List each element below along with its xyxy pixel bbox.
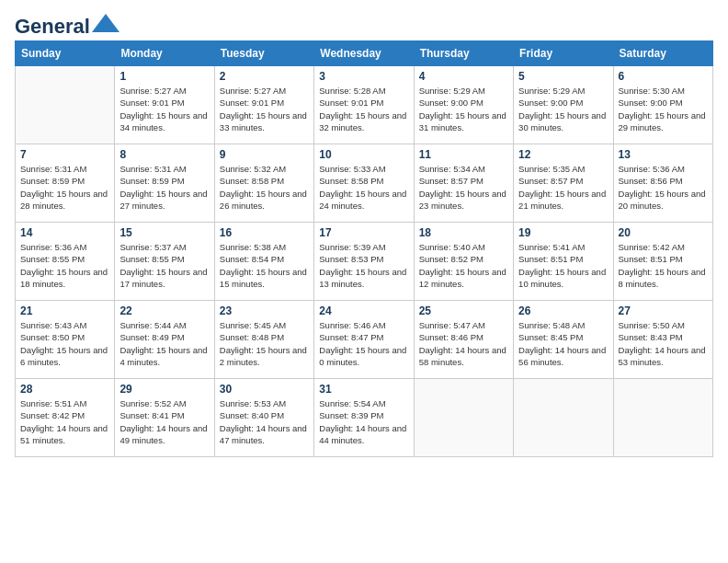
day-info: Sunrise: 5:45 AMSunset: 8:48 PMDaylight:… — [220, 319, 309, 368]
day-info: Sunrise: 5:52 AMSunset: 8:41 PMDaylight:… — [119, 397, 209, 446]
day-number: 2 — [220, 70, 309, 83]
calendar-cell: 11Sunrise: 5:34 AMSunset: 8:57 PMDayligh… — [414, 144, 513, 223]
day-info: Sunrise: 5:48 AMSunset: 8:45 PMDaylight:… — [518, 319, 608, 368]
day-info: Sunrise: 5:29 AMSunset: 9:00 PMDaylight:… — [419, 85, 508, 133]
calendar-cell: 29Sunrise: 5:52 AMSunset: 8:41 PMDayligh… — [115, 379, 214, 457]
day-number: 7 — [20, 148, 109, 161]
logo: General — [15, 15, 119, 33]
day-info: Sunrise: 5:43 AMSunset: 8:50 PMDaylight:… — [20, 319, 109, 368]
calendar-cell: 20Sunrise: 5:42 AMSunset: 8:51 PMDayligh… — [613, 223, 712, 301]
day-header-monday: Monday — [115, 41, 214, 66]
day-number: 24 — [319, 304, 408, 317]
day-number: 26 — [518, 304, 608, 317]
day-header-wednesday: Wednesday — [314, 41, 414, 66]
day-number: 11 — [419, 148, 508, 161]
day-info: Sunrise: 5:32 AMSunset: 8:58 PMDaylight:… — [220, 163, 309, 212]
day-number: 21 — [20, 304, 109, 317]
day-number: 30 — [220, 383, 309, 396]
day-number: 12 — [518, 148, 608, 161]
day-number: 13 — [619, 148, 708, 161]
calendar-cell: 8Sunrise: 5:31 AMSunset: 8:59 PMDaylight… — [115, 144, 214, 223]
calendar-cell: 15Sunrise: 5:37 AMSunset: 8:55 PMDayligh… — [115, 223, 214, 301]
calendar-cell: 30Sunrise: 5:53 AMSunset: 8:40 PMDayligh… — [214, 379, 313, 457]
calendar-table: SundayMondayTuesdayWednesdayThursdayFrid… — [15, 40, 713, 457]
day-number: 6 — [619, 70, 708, 83]
day-number: 15 — [119, 226, 209, 239]
day-number: 16 — [220, 226, 309, 239]
day-info: Sunrise: 5:44 AMSunset: 8:49 PMDaylight:… — [119, 319, 209, 368]
day-info: Sunrise: 5:34 AMSunset: 8:57 PMDaylight:… — [419, 163, 508, 212]
calendar-cell: 18Sunrise: 5:40 AMSunset: 8:52 PMDayligh… — [414, 223, 513, 301]
day-number: 20 — [619, 226, 708, 239]
day-info: Sunrise: 5:27 AMSunset: 9:01 PMDaylight:… — [220, 85, 309, 133]
calendar-cell: 25Sunrise: 5:47 AMSunset: 8:46 PMDayligh… — [414, 301, 513, 379]
calendar-cell: 1Sunrise: 5:27 AMSunset: 9:01 PMDaylight… — [115, 66, 214, 144]
day-info: Sunrise: 5:37 AMSunset: 8:55 PMDaylight:… — [119, 241, 209, 290]
day-info: Sunrise: 5:53 AMSunset: 8:40 PMDaylight:… — [220, 397, 309, 446]
day-number: 9 — [220, 148, 309, 161]
day-info: Sunrise: 5:41 AMSunset: 8:51 PMDaylight:… — [518, 241, 608, 290]
day-header-saturday: Saturday — [613, 41, 712, 66]
calendar-cell: 27Sunrise: 5:50 AMSunset: 8:43 PMDayligh… — [613, 301, 712, 379]
day-info: Sunrise: 5:31 AMSunset: 8:59 PMDaylight:… — [119, 163, 209, 212]
day-info: Sunrise: 5:33 AMSunset: 8:58 PMDaylight:… — [319, 163, 408, 212]
calendar-cell: 12Sunrise: 5:35 AMSunset: 8:57 PMDayligh… — [514, 144, 613, 223]
logo-text-general: General — [15, 15, 90, 39]
day-number: 31 — [319, 383, 408, 396]
week-row-5: 28Sunrise: 5:51 AMSunset: 8:42 PMDayligh… — [16, 379, 713, 457]
calendar-cell: 4Sunrise: 5:29 AMSunset: 9:00 PMDaylight… — [414, 66, 513, 144]
day-number: 5 — [518, 70, 608, 83]
calendar-cell: 22Sunrise: 5:44 AMSunset: 8:49 PMDayligh… — [115, 301, 214, 379]
calendar-cell: 6Sunrise: 5:30 AMSunset: 9:00 PMDaylight… — [613, 66, 712, 144]
day-header-friday: Friday — [514, 41, 613, 66]
calendar-cell: 2Sunrise: 5:27 AMSunset: 9:01 PMDaylight… — [214, 66, 313, 144]
day-info: Sunrise: 5:36 AMSunset: 8:56 PMDaylight:… — [619, 163, 708, 212]
calendar-cell: 3Sunrise: 5:28 AMSunset: 9:01 PMDaylight… — [314, 66, 414, 144]
day-info: Sunrise: 5:29 AMSunset: 9:00 PMDaylight:… — [518, 85, 608, 133]
day-number: 18 — [419, 226, 508, 239]
calendar-cell: 19Sunrise: 5:41 AMSunset: 8:51 PMDayligh… — [514, 223, 613, 301]
week-row-1: 1Sunrise: 5:27 AMSunset: 9:01 PMDaylight… — [16, 66, 713, 144]
day-header-thursday: Thursday — [414, 41, 513, 66]
calendar-cell: 26Sunrise: 5:48 AMSunset: 8:45 PMDayligh… — [514, 301, 613, 379]
day-info: Sunrise: 5:50 AMSunset: 8:43 PMDaylight:… — [619, 319, 708, 368]
day-number: 17 — [319, 226, 408, 239]
calendar-cell: 28Sunrise: 5:51 AMSunset: 8:42 PMDayligh… — [16, 379, 115, 457]
day-info: Sunrise: 5:47 AMSunset: 8:46 PMDaylight:… — [419, 319, 508, 368]
day-info: Sunrise: 5:36 AMSunset: 8:55 PMDaylight:… — [20, 241, 109, 290]
day-info: Sunrise: 5:42 AMSunset: 8:51 PMDaylight:… — [619, 241, 708, 290]
day-number: 22 — [119, 304, 209, 317]
page-header: General — [15, 15, 713, 33]
calendar-cell — [613, 379, 712, 457]
day-info: Sunrise: 5:30 AMSunset: 9:00 PMDaylight:… — [619, 85, 708, 133]
calendar-cell: 16Sunrise: 5:38 AMSunset: 8:54 PMDayligh… — [214, 223, 313, 301]
week-row-3: 14Sunrise: 5:36 AMSunset: 8:55 PMDayligh… — [16, 223, 713, 301]
day-header-sunday: Sunday — [16, 41, 115, 66]
calendar-cell: 31Sunrise: 5:54 AMSunset: 8:39 PMDayligh… — [314, 379, 414, 457]
day-number: 14 — [20, 226, 109, 239]
week-row-4: 21Sunrise: 5:43 AMSunset: 8:50 PMDayligh… — [16, 301, 713, 379]
calendar-cell: 17Sunrise: 5:39 AMSunset: 8:53 PMDayligh… — [314, 223, 414, 301]
day-info: Sunrise: 5:28 AMSunset: 9:01 PMDaylight:… — [319, 85, 408, 133]
week-row-2: 7Sunrise: 5:31 AMSunset: 8:59 PMDaylight… — [16, 144, 713, 223]
svg-marker-0 — [92, 14, 119, 32]
calendar-cell — [514, 379, 613, 457]
calendar-cell: 5Sunrise: 5:29 AMSunset: 9:00 PMDaylight… — [514, 66, 613, 144]
day-number: 1 — [119, 70, 209, 83]
day-number: 25 — [419, 304, 508, 317]
day-info: Sunrise: 5:54 AMSunset: 8:39 PMDaylight:… — [319, 397, 408, 446]
calendar-cell: 9Sunrise: 5:32 AMSunset: 8:58 PMDaylight… — [214, 144, 313, 223]
calendar-cell: 13Sunrise: 5:36 AMSunset: 8:56 PMDayligh… — [613, 144, 712, 223]
calendar-cell: 10Sunrise: 5:33 AMSunset: 8:58 PMDayligh… — [314, 144, 414, 223]
day-number: 23 — [220, 304, 309, 317]
calendar-cell — [16, 66, 115, 144]
day-number: 4 — [419, 70, 508, 83]
day-info: Sunrise: 5:39 AMSunset: 8:53 PMDaylight:… — [319, 241, 408, 290]
day-info: Sunrise: 5:35 AMSunset: 8:57 PMDaylight:… — [518, 163, 608, 212]
calendar-cell — [414, 379, 513, 457]
calendar-cell: 14Sunrise: 5:36 AMSunset: 8:55 PMDayligh… — [16, 223, 115, 301]
logo-icon — [92, 14, 119, 32]
day-number: 19 — [518, 226, 608, 239]
calendar-cell: 7Sunrise: 5:31 AMSunset: 8:59 PMDaylight… — [16, 144, 115, 223]
calendar-cell: 23Sunrise: 5:45 AMSunset: 8:48 PMDayligh… — [214, 301, 313, 379]
